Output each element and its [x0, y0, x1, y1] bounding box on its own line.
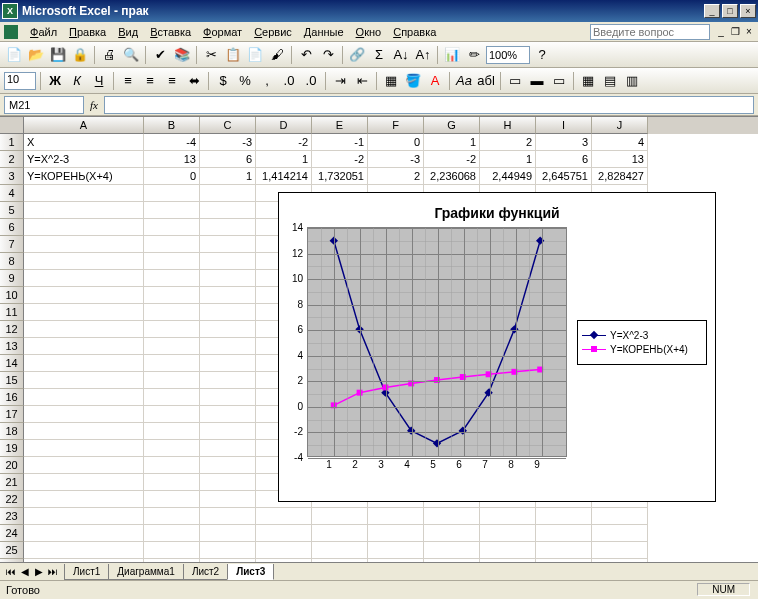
cell-B9[interactable] [144, 270, 200, 287]
row-header-4[interactable]: 4 [0, 185, 24, 202]
cell-A25[interactable] [24, 542, 144, 559]
fx-icon[interactable]: fx [84, 99, 104, 111]
cell-A13[interactable] [24, 338, 144, 355]
sheet-tab-Диаграмма1[interactable]: Диаграмма1 [108, 564, 184, 580]
font-aa-icon[interactable]: Aa [454, 71, 474, 91]
row-header-23[interactable]: 23 [0, 508, 24, 525]
fill-color-icon[interactable]: 🪣 [403, 71, 423, 91]
cell-B8[interactable] [144, 253, 200, 270]
cell-J26[interactable] [592, 559, 648, 562]
cell-I2[interactable]: 6 [536, 151, 592, 168]
cell-E25[interactable] [312, 542, 368, 559]
underline-icon[interactable]: Ч [89, 71, 109, 91]
cell-A2[interactable]: Y=X^2-3 [24, 151, 144, 168]
currency-icon[interactable]: $ [213, 71, 233, 91]
tab-last-icon[interactable]: ⏭ [46, 566, 60, 577]
cell-B22[interactable] [144, 491, 200, 508]
align-left-icon[interactable]: ≡ [118, 71, 138, 91]
row-header-22[interactable]: 22 [0, 491, 24, 508]
cell-C5[interactable] [200, 202, 256, 219]
cell-F3[interactable]: 2 [368, 168, 424, 185]
cell-C3[interactable]: 1 [200, 168, 256, 185]
row-header-10[interactable]: 10 [0, 287, 24, 304]
cell-C13[interactable] [200, 338, 256, 355]
cell-A9[interactable] [24, 270, 144, 287]
row-header-14[interactable]: 14 [0, 355, 24, 372]
doc-restore-button[interactable]: ❐ [728, 25, 742, 39]
cell-C1[interactable]: -3 [200, 134, 256, 151]
cell-G24[interactable] [424, 525, 480, 542]
cell-C24[interactable] [200, 525, 256, 542]
chart-legend[interactable]: Y=X^2-3Y=КОРЕНЬ(X+4) [577, 320, 707, 365]
spreadsheet-grid[interactable]: ABCDEFGHIJ 1X-4-3-2-1012342Y=X^2-31361-2… [0, 116, 758, 562]
doc-minimize-button[interactable]: _ [714, 25, 728, 39]
cell-A17[interactable] [24, 406, 144, 423]
copy-icon[interactable]: 📋 [223, 45, 243, 65]
row-header-26[interactable]: 26 [0, 559, 24, 562]
cell-C16[interactable] [200, 389, 256, 406]
col-header-F[interactable]: F [368, 117, 424, 134]
split-icon[interactable]: ▬ [527, 71, 547, 91]
sort-asc-icon[interactable]: A↓ [391, 45, 411, 65]
cell-C20[interactable] [200, 457, 256, 474]
cell-E2[interactable]: -2 [312, 151, 368, 168]
cell-B12[interactable] [144, 321, 200, 338]
cell-B16[interactable] [144, 389, 200, 406]
cell-G25[interactable] [424, 542, 480, 559]
cell-A16[interactable] [24, 389, 144, 406]
row-header-25[interactable]: 25 [0, 542, 24, 559]
row-header-9[interactable]: 9 [0, 270, 24, 287]
row-header-15[interactable]: 15 [0, 372, 24, 389]
cell-C23[interactable] [200, 508, 256, 525]
cell-B3[interactable]: 0 [144, 168, 200, 185]
menu-вид[interactable]: Вид [112, 24, 144, 40]
cell-A15[interactable] [24, 372, 144, 389]
cell-A18[interactable] [24, 423, 144, 440]
cell-B14[interactable] [144, 355, 200, 372]
row-header-5[interactable]: 5 [0, 202, 24, 219]
cell-I1[interactable]: 3 [536, 134, 592, 151]
col-header-D[interactable]: D [256, 117, 312, 134]
col-header-E[interactable]: E [312, 117, 368, 134]
dec-indent-icon[interactable]: ⇤ [352, 71, 372, 91]
row-header-2[interactable]: 2 [0, 151, 24, 168]
open-icon[interactable]: 📂 [26, 45, 46, 65]
row-header-13[interactable]: 13 [0, 338, 24, 355]
align-right-icon[interactable]: ≡ [162, 71, 182, 91]
cell-A3[interactable]: Y=КОРЕНЬ(X+4) [24, 168, 144, 185]
cell-C7[interactable] [200, 236, 256, 253]
doc-close-button[interactable]: × [742, 25, 756, 39]
italic-icon[interactable]: К [67, 71, 87, 91]
cell-B26[interactable] [144, 559, 200, 562]
col-header-H[interactable]: H [480, 117, 536, 134]
cell-I3[interactable]: 2,645751 [536, 168, 592, 185]
cell-B15[interactable] [144, 372, 200, 389]
new-icon[interactable]: 📄 [4, 45, 24, 65]
cell-C14[interactable] [200, 355, 256, 372]
cell-C11[interactable] [200, 304, 256, 321]
cell-A21[interactable] [24, 474, 144, 491]
cell-C6[interactable] [200, 219, 256, 236]
cell-B23[interactable] [144, 508, 200, 525]
menu-правка[interactable]: Правка [63, 24, 112, 40]
cell-B7[interactable] [144, 236, 200, 253]
cell-J24[interactable] [592, 525, 648, 542]
row-header-7[interactable]: 7 [0, 236, 24, 253]
cell-I23[interactable] [536, 508, 592, 525]
abi-icon[interactable]: абl [476, 71, 496, 91]
chart-icon[interactable]: 📊 [442, 45, 462, 65]
hyperlink-icon[interactable]: 🔗 [347, 45, 367, 65]
cell-B2[interactable]: 13 [144, 151, 200, 168]
permission-icon[interactable]: 🔒 [70, 45, 90, 65]
borders-icon[interactable]: ▦ [381, 71, 401, 91]
cell-E1[interactable]: -1 [312, 134, 368, 151]
cell-I24[interactable] [536, 525, 592, 542]
row-header-18[interactable]: 18 [0, 423, 24, 440]
col-header-I[interactable]: I [536, 117, 592, 134]
window-icon[interactable]: ▭ [505, 71, 525, 91]
cell-C19[interactable] [200, 440, 256, 457]
cell-A11[interactable] [24, 304, 144, 321]
cell-C9[interactable] [200, 270, 256, 287]
col-header-G[interactable]: G [424, 117, 480, 134]
cell-C2[interactable]: 6 [200, 151, 256, 168]
